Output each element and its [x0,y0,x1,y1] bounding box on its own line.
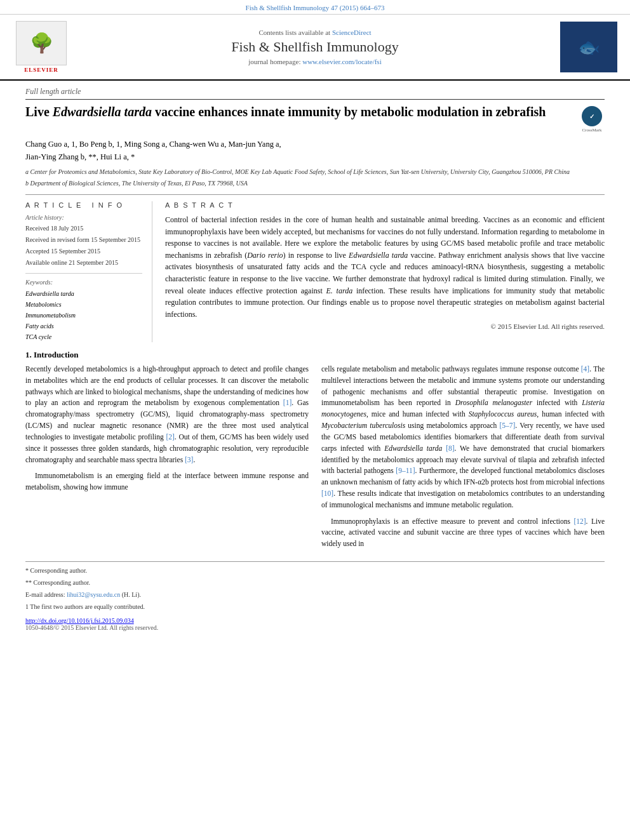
revised-date: Received in revised form 15 September 20… [25,235,142,245]
doi-link[interactable]: http://dx.doi.org/10.1016/j.fsi.2015.09.… [25,617,134,624]
keyword-1: Edwardsiella tarda [25,288,142,299]
journal-cover-image: 🐟 [560,22,617,72]
abstract-col: A B S T R A C T Control of bacterial inf… [165,201,605,342]
header-area: 🌳 ELSEVIER Contents lists available at S… [0,15,630,81]
journal-citation: Fish & Shellfish Immunology 47 (2015) 66… [246,4,385,11]
homepage-link[interactable]: www.elsevier.com/locate/fsi [302,58,382,65]
footnote-star: * Corresponding author. [25,566,605,576]
keyword-2: Metabolomics [25,299,142,310]
header-center: Contents lists available at ScienceDirec… [76,29,554,65]
cover-placeholder: 🐟 [578,37,600,58]
intro-para-4: Immunoprophylaxis is an effective measur… [321,516,605,550]
article-title-section: Live Edwardsiella tarda vaccine enhances… [25,103,605,133]
intro-heading: 1. Introduction [25,350,605,360]
elsevier-text: ELSEVIER [24,67,58,73]
footnote-equal: 1 The first two authors are equally cont… [25,602,605,612]
intro-right-col: cells regulate metabolism and metabolic … [321,364,605,555]
tree-icon: 🌳 [30,34,53,53]
elsevier-logo-box: 🌳 [16,21,67,65]
article-content: Full length article Live Edwardsiella ta… [0,81,630,644]
received-date: Received 18 July 2015 [25,223,142,234]
intro-body: Recently developed metabolomics is a hig… [25,364,605,555]
keyword-3: Immunometabolism [25,310,142,321]
journal-title: Fish & Shellfish Immunology [76,39,554,55]
email-link[interactable]: lihui32@sysu.edu.cn [67,591,120,598]
article-main-title: Live Edwardsiella tarda vaccine enhances… [25,103,546,120]
history-label: Article history: [25,214,142,221]
footnote-double-star: ** Corresponding author. [25,578,605,588]
intro-left-col: Recently developed metabolomics is a hig… [25,364,309,555]
doi-line[interactable]: http://dx.doi.org/10.1016/j.fsi.2015.09.… [25,617,605,624]
crossmark-label: CrossMark [582,128,601,133]
crossmark[interactable]: ✓ CrossMark [579,106,605,133]
intro-para-2: Immunometabolism is an emerging field at… [25,470,309,493]
affiliation-a: a Center for Proteomics and Metabolomics… [25,167,605,177]
publisher-logo-area: 🌳 ELSEVIER [13,21,70,73]
sciencedirect-link[interactable]: ScienceDirect [332,29,372,36]
issn-line: 1050-4648/© 2015 Elsevier Ltd. All right… [25,624,605,631]
keyword-5: TCA cycle [25,331,142,342]
online-date: Available online 21 September 2015 [25,258,142,268]
keyword-4: Fatty acids [25,321,142,331]
crossmark-icon: ✓ [582,106,602,126]
footnotes-area: * Corresponding author. ** Corresponding… [25,561,605,612]
article-info-col: A R T I C L E I N F O Article history: R… [25,201,152,342]
affiliations: a Center for Proteomics and Metabolomics… [25,167,605,188]
page: Fish & Shellfish Immunology 47 (2015) 66… [0,0,630,840]
intro-para-1: Recently developed metabolomics is a hig… [25,364,309,465]
copyright-line: © 2015 Elsevier Ltd. All rights reserved… [165,323,605,330]
article-info-heading: A R T I C L E I N F O [25,201,142,209]
info-abstract-section: A R T I C L E I N F O Article history: R… [25,194,605,342]
introduction-section: 1. Introduction Recently developed metab… [25,350,605,555]
contents-line: Contents lists available at ScienceDirec… [76,29,554,36]
homepage-line: journal homepage: www.elsevier.com/locat… [76,58,554,65]
journal-top-bar: Fish & Shellfish Immunology 47 (2015) 66… [0,0,630,15]
abstract-heading: A B S T R A C T [165,201,605,209]
article-type: Full length article [25,87,605,100]
intro-para-3: cells regulate metabolism and metabolic … [321,364,605,511]
accepted-date: Accepted 15 September 2015 [25,246,142,257]
affiliation-b: b Department of Biological Sciences, The… [25,178,605,188]
authors-line: Chang Guo a, 1, Bo Peng b, 1, Ming Song … [25,138,605,163]
keywords-label: Keywords: [25,279,142,286]
info-divider [25,273,142,274]
footnote-email: E-mail address: lihui32@sysu.edu.cn (H. … [25,590,605,600]
abstract-text: Control of bacterial infection resides i… [165,214,605,320]
